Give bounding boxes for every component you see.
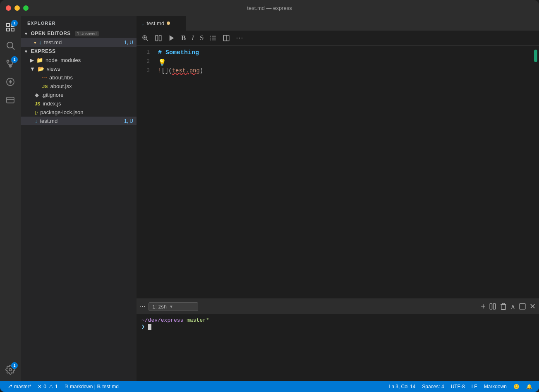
file-test-md[interactable]: ↓ test.md 1, U [21, 117, 137, 125]
terminal-prompt: ❯ [141, 324, 145, 330]
italic-button[interactable]: I [192, 34, 194, 42]
git-icon: ◆ [35, 92, 39, 98]
columns-button[interactable] [223, 34, 230, 42]
status-bar: ⎇ master* ✕ 0 ⚠ 1 ℝ markdown | ℝ test.md… [0, 381, 539, 392]
file-about-jsx[interactable]: JS about.jsx [21, 82, 137, 91]
express-section[interactable]: ▼ Express [21, 47, 137, 56]
file-package-lock[interactable]: {} package-lock.json [21, 108, 137, 117]
status-eol[interactable]: LF [468, 381, 481, 392]
terminal-tab-select[interactable]: 1: zsh ▼ [149, 302, 198, 311]
search-replace-button[interactable] [141, 34, 149, 42]
code-editor[interactable]: 1 # Something 2 💡 3 ![](test.png) [137, 45, 539, 299]
jsx-icon: JS [42, 84, 48, 89]
line-number-2: 2 [137, 58, 156, 65]
index-js-name: index.js [43, 100, 61, 107]
open-file-name: test.md [44, 39, 62, 45]
sidebar-header: Explorer [21, 16, 137, 29]
views-name: views [47, 66, 60, 72]
terminal-up-button[interactable]: ∧ [510, 303, 515, 311]
svg-rect-10 [7, 97, 14, 103]
img-close-paren: ) [200, 67, 203, 74]
status-warning-count: 1 [55, 384, 58, 390]
status-notification[interactable]: 🔔 [523, 381, 536, 392]
terminal-content[interactable]: ~/dev/express master* ❯ [137, 314, 539, 381]
terminal-actions: + ∧ [481, 302, 536, 311]
status-language[interactable]: Markdown [481, 381, 510, 392]
code-line-1: 1 # Something [137, 49, 539, 58]
tab-bar: ↓ test.md [137, 16, 539, 31]
status-charset[interactable]: UTF-8 [448, 381, 468, 392]
terminal-trash-button[interactable] [500, 303, 507, 310]
error-icon: ✕ [38, 384, 42, 390]
folder-node-modules[interactable]: ▶ 📁 node_modules [21, 56, 137, 65]
package-lock-name: package-lock.json [40, 109, 83, 115]
about-hbs-name: about.hbs [49, 74, 73, 81]
terminal-tab-label: 1: zsh [152, 304, 167, 310]
file-gitignore[interactable]: ◆ .gitignore [21, 91, 137, 99]
smiley-icon: 🙂 [513, 384, 520, 390]
activity-item-explorer[interactable]: 1 [2, 19, 19, 36]
open-editors-section[interactable]: ▼ Open Editors 1 Unsaved [21, 29, 137, 38]
status-encoding[interactable]: ℝ markdown | ℝ test.md [61, 381, 122, 392]
activity-item-source-control[interactable]: 1 [2, 55, 19, 72]
open-editors-chevron: ▼ [24, 31, 28, 36]
folder-views[interactable]: ▼ 📂 views [21, 65, 137, 73]
svg-rect-30 [520, 304, 525, 309]
terminal-more-button[interactable]: ··· [140, 303, 145, 310]
status-branch[interactable]: ⎇ master* [3, 381, 34, 392]
run-button[interactable] [168, 34, 175, 42]
editor-toolbar: B I S ··· [137, 31, 539, 45]
minimize-button[interactable] [14, 5, 20, 11]
svg-point-2 [7, 60, 9, 62]
svg-point-25 [210, 39, 211, 40]
editor-area: ↓ test.md [137, 16, 539, 381]
terminal-maximize-button[interactable] [519, 303, 526, 310]
window-title: test.md — express [247, 5, 292, 11]
terminal-add-button[interactable]: + [481, 302, 486, 311]
activity-item-search[interactable] [2, 37, 19, 54]
status-errors[interactable]: ✕ 0 ⚠ 1 [34, 381, 61, 392]
close-button[interactable] [6, 5, 11, 11]
maximize-button[interactable] [23, 5, 29, 11]
open-file-test-md[interactable]: ● ↓ test.md 1, U [21, 38, 137, 47]
svg-rect-18 [159, 35, 161, 41]
line-content-2: 💡 [156, 58, 539, 67]
indexjs-icon: JS [35, 101, 40, 106]
svg-point-23 [210, 36, 211, 36]
status-eol-text: LF [472, 384, 477, 390]
svg-point-12 [9, 368, 12, 371]
img-src: test.png [172, 67, 200, 74]
terminal-close-button[interactable]: ✕ [529, 302, 536, 311]
activity-item-settings[interactable]: 1 [2, 361, 19, 378]
terminal-path: ~/dev/express [141, 317, 183, 323]
status-cursor[interactable]: Ln 3, Col 14 [386, 381, 419, 392]
file-about-hbs[interactable]: 〰 about.hbs [21, 73, 137, 82]
svg-rect-17 [156, 35, 158, 41]
terminal-chevron-down: ▼ [169, 304, 173, 309]
sidebar: Explorer ▼ Open Editors 1 Unsaved ● ↓ te… [21, 16, 137, 381]
status-emoji[interactable]: 🙂 [510, 381, 523, 392]
window-controls[interactable] [6, 5, 29, 11]
split-editor-button[interactable] [155, 34, 162, 42]
code-line-2: 2 💡 [137, 58, 539, 67]
file-index-js[interactable]: JS index.js [21, 99, 137, 108]
activity-item-extensions[interactable] [2, 74, 19, 90]
svg-point-0 [7, 42, 13, 48]
code-line-3: 3 ![](test.png) [137, 67, 539, 76]
terminal-line-2: ❯ [141, 323, 534, 330]
status-spaces[interactable]: Spaces: 4 [419, 381, 447, 392]
terminal-split-button[interactable] [489, 303, 496, 310]
more-button[interactable]: ··· [236, 33, 243, 42]
tab-file-icon: ↓ [141, 20, 144, 26]
img-open-bracket: [ [161, 67, 165, 74]
list-button[interactable] [209, 34, 217, 42]
activity-item-remote[interactable] [2, 92, 19, 108]
express-label: Express [31, 48, 55, 54]
strikethrough-button[interactable]: S [200, 34, 204, 42]
gitignore-name: .gitignore [41, 92, 63, 98]
bold-button[interactable]: B [181, 34, 186, 42]
status-cursor-pos: Ln 3, Col 14 [389, 384, 416, 390]
file-icon-md-open: ↓ [39, 39, 42, 45]
tab-test-md[interactable]: ↓ test.md [137, 16, 186, 31]
about-jsx-name: about.jsx [50, 83, 72, 89]
